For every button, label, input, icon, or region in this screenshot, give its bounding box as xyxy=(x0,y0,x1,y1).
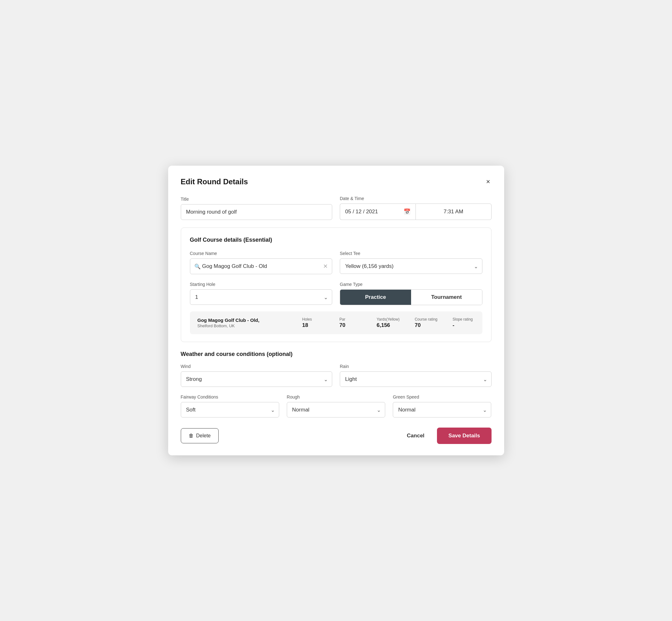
course-name-label: Course Name xyxy=(190,251,333,256)
starting-hole-label: Starting Hole xyxy=(190,282,333,287)
stat-slope-rating: Slope rating - xyxy=(453,317,475,329)
fairway-select-wrap: Soft ⌄ xyxy=(181,402,279,417)
title-group: Title xyxy=(181,197,333,220)
save-button[interactable]: Save Details xyxy=(437,427,491,444)
title-label: Title xyxy=(181,197,333,202)
wind-dropdown[interactable]: Strong xyxy=(181,371,333,387)
footer-right: Cancel Save Details xyxy=(401,427,492,444)
title-input[interactable] xyxy=(181,204,333,220)
rough-dropdown[interactable]: Normal xyxy=(287,402,385,417)
stat-par: Par 70 xyxy=(339,317,362,329)
green-speed-select-wrap: Normal ⌄ xyxy=(393,402,491,417)
course-info-location: Shelford Bottom, UK xyxy=(198,323,287,328)
delete-label: Delete xyxy=(196,433,211,439)
time-field[interactable]: 7:31 AM xyxy=(416,204,492,220)
datetime-inputs: 05 / 12 / 2021 📅 7:31 AM xyxy=(340,204,492,220)
tournament-button[interactable]: Tournament xyxy=(411,290,482,305)
title-datetime-row: Title Date & Time 05 / 12 / 2021 📅 7:31 … xyxy=(181,196,492,220)
datetime-label: Date & Time xyxy=(340,196,492,201)
date-value: 05 / 12 / 2021 xyxy=(345,209,378,215)
date-field[interactable]: 05 / 12 / 2021 📅 xyxy=(340,204,416,220)
wind-label: Wind xyxy=(181,364,333,369)
course-info-name: Gog Magog Golf Club - Old, xyxy=(198,318,287,323)
edit-round-modal: Edit Round Details × Title Date & Time 0… xyxy=(168,166,504,455)
select-tee-wrap: Yellow (6,156 yards) ⌄ xyxy=(340,258,482,274)
holes-value: 18 xyxy=(302,322,308,329)
fairway-rough-green-row: Fairway Conditions Soft ⌄ Rough Normal ⌄ xyxy=(181,395,492,417)
clear-icon[interactable]: ✕ xyxy=(323,263,328,270)
modal-title: Edit Round Details xyxy=(181,177,248,186)
stat-course-rating: Course rating 70 xyxy=(415,317,437,329)
course-name-group: Course Name 🔍 ✕ xyxy=(190,251,333,274)
fairway-label: Fairway Conditions xyxy=(181,395,279,400)
practice-button[interactable]: Practice xyxy=(340,290,411,305)
wind-select-wrap: Strong ⌄ xyxy=(181,371,333,387)
rain-dropdown[interactable]: Light xyxy=(340,371,492,387)
stat-yards: Yards(Yellow) 6,156 xyxy=(377,317,400,329)
course-info-main: Gog Magog Golf Club - Old, Shelford Bott… xyxy=(198,318,287,328)
delete-button[interactable]: 🗑 Delete xyxy=(181,428,219,443)
datetime-group: Date & Time 05 / 12 / 2021 📅 7:31 AM xyxy=(340,196,492,220)
cancel-button[interactable]: Cancel xyxy=(401,428,431,443)
footer-row: 🗑 Delete Cancel Save Details xyxy=(181,427,492,444)
fairway-dropdown[interactable]: Soft xyxy=(181,402,279,417)
starting-hole-game-type-row: Starting Hole 1 ⌄ Game Type Practice Tou… xyxy=(190,282,482,305)
rain-select-wrap: Light ⌄ xyxy=(340,371,492,387)
stat-holes: Holes 18 xyxy=(302,317,324,329)
fairway-group: Fairway Conditions Soft ⌄ xyxy=(181,395,279,417)
calendar-icon: 📅 xyxy=(404,208,411,215)
starting-hole-group: Starting Hole 1 ⌄ xyxy=(190,282,333,305)
par-value: 70 xyxy=(339,322,345,329)
golf-course-section: Golf Course details (Essential) Course N… xyxy=(181,227,492,342)
game-type-label: Game Type xyxy=(340,282,482,287)
course-name-tee-row: Course Name 🔍 ✕ Select Tee Yellow (6,156… xyxy=(190,251,482,274)
time-value: 7:31 AM xyxy=(444,209,463,215)
green-speed-dropdown[interactable]: Normal xyxy=(393,402,491,417)
select-tee-group: Select Tee Yellow (6,156 yards) ⌄ xyxy=(340,251,482,274)
close-button[interactable]: × xyxy=(485,177,492,187)
course-rating-label: Course rating xyxy=(415,317,437,322)
rain-label: Rain xyxy=(340,364,492,369)
conditions-section: Weather and course conditions (optional)… xyxy=(181,351,492,417)
green-speed-group: Green Speed Normal ⌄ xyxy=(393,395,491,417)
yards-value: 6,156 xyxy=(377,322,390,329)
game-type-group: Game Type Practice Tournament xyxy=(340,282,482,305)
slope-rating-label: Slope rating xyxy=(453,317,473,322)
starting-hole-wrap: 1 ⌄ xyxy=(190,289,333,305)
course-info-bar: Gog Magog Golf Club - Old, Shelford Bott… xyxy=(190,312,482,334)
rough-label: Rough xyxy=(287,395,385,400)
game-type-toggle: Practice Tournament xyxy=(340,289,482,305)
course-rating-value: 70 xyxy=(415,322,421,329)
course-name-search-wrap: 🔍 ✕ xyxy=(190,258,333,274)
search-icon: 🔍 xyxy=(194,263,201,270)
green-speed-label: Green Speed xyxy=(393,395,491,400)
par-label: Par xyxy=(339,317,345,322)
rough-group: Rough Normal ⌄ xyxy=(287,395,385,417)
rain-group: Rain Light ⌄ xyxy=(340,364,492,387)
course-name-input[interactable] xyxy=(190,258,333,274)
wind-rain-row: Wind Strong ⌄ Rain Light ⌄ xyxy=(181,364,492,387)
rough-select-wrap: Normal ⌄ xyxy=(287,402,385,417)
starting-hole-dropdown[interactable]: 1 xyxy=(190,289,333,305)
yards-label: Yards(Yellow) xyxy=(377,317,400,322)
select-tee-label: Select Tee xyxy=(340,251,482,256)
holes-label: Holes xyxy=(302,317,312,322)
trash-icon: 🗑 xyxy=(189,433,194,439)
golf-course-section-title: Golf Course details (Essential) xyxy=(190,237,482,243)
wind-group: Wind Strong ⌄ xyxy=(181,364,333,387)
select-tee-dropdown[interactable]: Yellow (6,156 yards) xyxy=(340,258,482,274)
slope-rating-value: - xyxy=(453,322,455,329)
modal-header: Edit Round Details × xyxy=(181,177,492,187)
conditions-section-title: Weather and course conditions (optional) xyxy=(181,351,492,358)
